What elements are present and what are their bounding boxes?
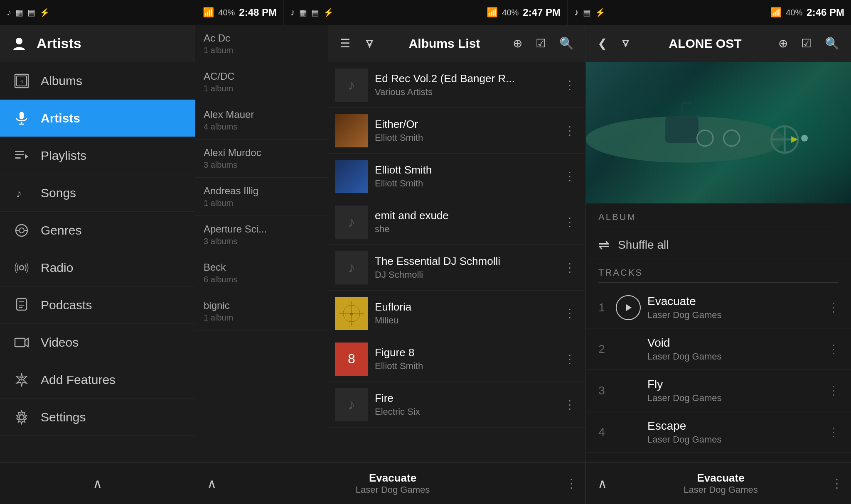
- tracks-list: 1 Evacuate Laser Dog Games ⋮ 2 Void Lase…: [586, 287, 851, 462]
- list-item[interactable]: Andreas Illig 1 album: [195, 178, 328, 216]
- section-divider-tracks: [598, 282, 839, 283]
- sidebar-item-podcasts[interactable]: Podcasts: [0, 286, 195, 324]
- sidebar-item-genres[interactable]: Genres: [0, 212, 195, 249]
- add-playlist-icon[interactable]: ⊕: [775, 33, 791, 54]
- more-icon[interactable]: ⋮: [561, 75, 579, 95]
- track-info-evacuate: Evacuate Laser Dog Games: [647, 295, 818, 321]
- artist-name: Ac Dc: [204, 32, 320, 44]
- sidebar-item-videos[interactable]: Videos: [0, 324, 195, 361]
- track-more-icon[interactable]: ⋮: [824, 297, 843, 318]
- track-more-icon[interactable]: ⋮: [824, 380, 843, 401]
- svg-rect-7: [15, 151, 24, 152]
- filter-icon-np[interactable]: ⛛: [617, 33, 635, 54]
- sidebar-title: Artists: [37, 35, 81, 51]
- add-album-icon[interactable]: ⊕: [509, 33, 526, 54]
- list-item[interactable]: bignic 1 album: [195, 292, 328, 330]
- main-area: Artists ♫ Albums: [0, 25, 851, 462]
- album-item-ed-rec[interactable]: ♪ Ed Rec Vol.2 (Ed Banger R... Various A…: [328, 62, 585, 108]
- track-item-fly[interactable]: 3 Fly Laser Dog Games ⋮: [586, 370, 851, 411]
- album-art-emit-exude: ♪: [335, 206, 368, 239]
- svg-rect-8: [15, 154, 24, 155]
- album-art-ed-rec: ♪: [335, 69, 368, 102]
- album-section-label: ALBUM: [586, 203, 851, 227]
- bottom-more-icon-middle[interactable]: ⋮: [566, 477, 577, 490]
- lightning-icon-1: ⚡: [39, 7, 50, 17]
- track-info-escape: Escape Laser Dog Games: [647, 419, 818, 445]
- chevron-up-icon-1[interactable]: ∧: [89, 472, 106, 495]
- album-item-elliott-smith[interactable]: Elliott Smith Elliott Smith ⋮: [328, 154, 585, 199]
- more-icon[interactable]: ⋮: [561, 303, 579, 323]
- search-icon[interactable]: 🔍: [556, 33, 577, 54]
- more-icon[interactable]: ⋮: [561, 349, 579, 369]
- battery-2: 40%: [502, 8, 519, 17]
- album-info: Fire Electric Six: [375, 392, 554, 417]
- album-item-figure8[interactable]: 8 Figure 8 Elliott Smith ⋮: [328, 336, 585, 382]
- album-art-either-or: [335, 114, 368, 147]
- tiktok-icon-2: ♪: [290, 7, 295, 18]
- albums-label: Albums: [41, 74, 82, 88]
- more-icon[interactable]: ⋮: [561, 166, 579, 186]
- svg-rect-21: [15, 338, 25, 347]
- svg-marker-22: [25, 338, 28, 347]
- bottom-track-info-middle: Evacuate Laser Dog Games: [226, 472, 559, 495]
- track-more-icon[interactable]: ⋮: [824, 422, 843, 442]
- submarine-illustration: [586, 62, 818, 203]
- chevron-up-icon-3[interactable]: ∧: [594, 472, 610, 495]
- list-item[interactable]: Aperture Sci... 3 albums: [195, 216, 328, 254]
- list-item[interactable]: Alexi Murdoc 3 albums: [195, 139, 328, 178]
- back-icon[interactable]: ❮: [594, 33, 610, 54]
- sidebar-item-playlists[interactable]: Playlists: [0, 137, 195, 174]
- artists-panel: Ac Dc 1 album AC/DC 1 album Alex Mauer 4…: [195, 25, 328, 462]
- tracks-section-label: TRACKS: [586, 259, 851, 282]
- sidebar-item-radio[interactable]: Radio: [0, 249, 195, 286]
- sidebar-item-albums[interactable]: ♫ Albums: [0, 62, 195, 100]
- album-item-eufloria[interactable]: ✽ Eufloria Milieu ⋮: [328, 291, 585, 336]
- album-item-essential-dj[interactable]: ♪ The Essential DJ Schmolli DJ Schmolli …: [328, 245, 585, 291]
- search-icon-np[interactable]: 🔍: [821, 33, 843, 54]
- track-item-escape[interactable]: 4 Escape Laser Dog Games ⋮: [586, 411, 851, 453]
- checklist-icon-np[interactable]: ☑: [798, 33, 815, 54]
- artist-name: Alex Mauer: [204, 109, 320, 120]
- more-icon[interactable]: ⋮: [561, 257, 579, 278]
- more-icon[interactable]: ⋮: [561, 394, 579, 415]
- checklist-icon[interactable]: ☑: [532, 33, 549, 54]
- album-title: emit and exude: [375, 209, 554, 222]
- play-button-evacuate[interactable]: [616, 295, 641, 320]
- artists-label: Artists: [41, 111, 80, 125]
- filter-icon[interactable]: ⛛: [360, 33, 379, 54]
- album-art-eufloria: ✽: [335, 297, 368, 330]
- artist-name: Aperture Sci...: [204, 223, 320, 235]
- list-item[interactable]: AC/DC 1 album: [195, 63, 328, 101]
- more-icon[interactable]: ⋮: [561, 120, 579, 141]
- list-item[interactable]: Beck 6 albums: [195, 254, 328, 292]
- list-item[interactable]: Alex Mauer 4 albums: [195, 101, 328, 139]
- albums-panel-title: Albums List: [386, 37, 503, 51]
- track-info-fly: Fly Laser Dog Games: [647, 378, 818, 404]
- track-item-void[interactable]: 2 Void Laser Dog Games ⋮: [586, 328, 851, 370]
- sidebar-header: Artists: [0, 25, 195, 62]
- track-item-evacuate[interactable]: 1 Evacuate Laser Dog Games ⋮: [586, 287, 851, 328]
- artist-count: 3 albums: [204, 160, 320, 170]
- album-item-emit-exude[interactable]: ♪ emit and exude she ⋮: [328, 199, 585, 245]
- sidebar-item-settings[interactable]: Settings: [0, 399, 195, 436]
- chevron-up-icon-2[interactable]: ∧: [204, 472, 220, 495]
- lightning-icon-2: ⚡: [323, 7, 334, 17]
- album-item-fire[interactable]: ♪ Fire Electric Six ⋮: [328, 382, 585, 428]
- music-note-icon: ♪: [348, 77, 355, 93]
- bottom-more-icon-np[interactable]: ⋮: [831, 477, 843, 490]
- sidebar-item-artists[interactable]: Artists: [0, 100, 195, 137]
- album-hero: [586, 62, 851, 203]
- status-panel-right: ♪ ▤ ⚡ 📶 40% 2:46 PM: [568, 0, 851, 25]
- sidebar-item-songs[interactable]: ♪ Songs: [0, 174, 195, 212]
- shuffle-all-row[interactable]: ⇌ Shuffle all: [586, 231, 851, 259]
- svg-rect-17: [17, 298, 27, 310]
- more-icon[interactable]: ⋮: [561, 212, 579, 232]
- hamburger-icon[interactable]: ☰: [337, 33, 354, 54]
- sidebar-item-add-features[interactable]: + Add Features: [0, 361, 195, 399]
- shuffle-icon: ⇌: [598, 237, 610, 253]
- track-more-icon[interactable]: ⋮: [824, 339, 843, 359]
- album-item-either-or[interactable]: Either/Or Elliott Smith ⋮: [328, 108, 585, 154]
- list-item[interactable]: Ac Dc 1 album: [195, 25, 328, 63]
- album-title: Elliott Smith: [375, 164, 554, 176]
- bottom-track-title-np: Evacuate: [617, 472, 824, 484]
